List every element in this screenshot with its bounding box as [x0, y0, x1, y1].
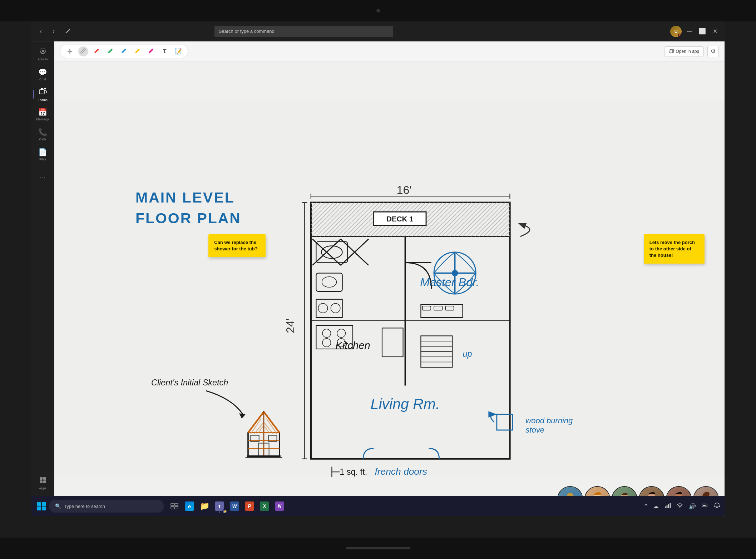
sidebar-item-teams[interactable]: Teams	[33, 84, 53, 104]
svg-text:DECK 1: DECK 1	[386, 215, 413, 223]
open-in-app-button[interactable]: Open in app	[664, 46, 704, 56]
svg-point-2	[41, 88, 43, 90]
more-icon: ···	[40, 173, 46, 181]
battery-icon[interactable]	[700, 501, 710, 511]
pen-pink-tool[interactable]	[146, 46, 156, 56]
apps-icon	[39, 476, 46, 485]
text-tool[interactable]: T	[160, 46, 170, 56]
pointer-tool[interactable]: ✛	[65, 46, 75, 56]
svg-text:1 sq. ft.: 1 sq. ft.	[340, 467, 367, 476]
volume-icon[interactable]: 🔊	[687, 501, 697, 511]
taskbar-search-text: Type here to search	[64, 504, 105, 509]
activity-label: Activity	[38, 58, 48, 61]
toolbar-right: Open in app ⚙	[664, 46, 719, 57]
pen-red-tool[interactable]	[92, 46, 102, 56]
sidebar-item-files[interactable]: 📄 Files	[33, 144, 53, 164]
system-tray: ^ ☁	[643, 501, 722, 511]
svg-rect-114	[175, 506, 178, 509]
taskbar-app-word[interactable]: W	[227, 499, 242, 513]
taskbar-app-taskview[interactable]	[167, 499, 182, 513]
forward-button[interactable]: ›	[49, 26, 59, 36]
svg-point-3	[44, 88, 46, 89]
user-avatar[interactable]: U	[670, 26, 682, 37]
whiteboard-canvas[interactable]: MAIN LEVEL FLOOR PLAN 16' 24'	[54, 61, 725, 516]
screen-area: ‹ › Search or type a command U — ⬜ ✕	[31, 21, 725, 516]
pen-green-tool[interactable]	[105, 46, 115, 56]
search-bar[interactable]: Search or type a command	[214, 26, 393, 37]
back-button[interactable]: ‹	[36, 26, 46, 36]
title-bar-actions: U — ⬜ ✕	[670, 26, 720, 37]
svg-text:Living Rm.: Living Rm.	[371, 396, 440, 412]
sidebar-item-calls[interactable]: 📞 Calls	[33, 124, 53, 144]
sidebar-item-activity[interactable]: Activity	[33, 44, 53, 64]
settings-button[interactable]: ⚙	[707, 46, 719, 57]
maximize-button[interactable]: ⬜	[697, 26, 707, 36]
svg-rect-116	[667, 505, 668, 508]
taskbar-app-teams[interactable]: T ⚡	[212, 499, 227, 513]
taskbar-app-excel[interactable]: X	[257, 499, 272, 513]
excel-icon: X	[260, 501, 269, 511]
network-icon[interactable]	[663, 501, 672, 511]
svg-rect-118	[670, 503, 671, 508]
windows-icon	[37, 502, 46, 510]
svg-text:MAIN LEVEL: MAIN LEVEL	[135, 189, 235, 206]
teams-taskbar-icon: T ⚡	[215, 501, 224, 511]
pen-white-tool[interactable]	[78, 46, 88, 56]
sidebar-item-apps[interactable]: Apps	[33, 473, 53, 493]
sticky-note-2-text: Lets move the porch to the other side of…	[649, 240, 695, 258]
svg-point-119	[680, 507, 680, 508]
files-label: Files	[39, 158, 46, 161]
open-in-app-label: Open in app	[676, 49, 699, 54]
svg-rect-4	[40, 477, 43, 480]
sticky-note-1[interactable]: Can we replace the shower for the tub?	[208, 234, 266, 257]
taskbar-app-ppt[interactable]: P	[242, 499, 257, 513]
meetings-label: Meetings	[36, 118, 49, 121]
onedrive-icon[interactable]: ☁	[652, 501, 660, 511]
chat-icon: 💬	[38, 68, 47, 76]
main-content: Activity 💬 Chat	[31, 41, 725, 516]
compose-button[interactable]	[63, 26, 73, 36]
expand-tray-icon[interactable]: ^	[643, 501, 649, 511]
meetings-icon: 📅	[38, 108, 47, 116]
svg-rect-111	[171, 503, 174, 506]
taskbar: 🔍 Type here to search	[31, 496, 725, 516]
taskbar-search[interactable]: 🔍 Type here to search	[49, 500, 164, 513]
wifi-icon[interactable]	[675, 501, 685, 511]
svg-text:FLOOR PLAN: FLOOR PLAN	[135, 210, 241, 226]
activity-icon	[39, 48, 46, 56]
minimize-button[interactable]: —	[685, 26, 695, 36]
svg-text:16': 16'	[397, 184, 412, 196]
sidebar-item-meetings[interactable]: 📅 Meetings	[33, 104, 53, 124]
onenote-icon: N	[275, 501, 284, 511]
pen-blue-tool[interactable]	[119, 46, 129, 56]
svg-text:up: up	[463, 349, 472, 359]
apps-label: Apps	[39, 486, 46, 490]
taskbar-app-explorer[interactable]: 📁	[197, 499, 212, 513]
svg-point-0	[42, 50, 44, 52]
close-button[interactable]: ✕	[710, 26, 720, 36]
start-button[interactable]	[34, 499, 49, 513]
sticky-tool[interactable]: 📝	[173, 46, 183, 56]
svg-rect-117	[668, 504, 669, 508]
sticky-note-2[interactable]: Lets move the porch to the other side of…	[644, 234, 705, 264]
whiteboard-container: ✛	[54, 41, 725, 516]
svg-rect-112	[175, 503, 178, 506]
word-icon: W	[230, 501, 239, 511]
explorer-icon: 📁	[200, 501, 209, 511]
svg-rect-113	[171, 506, 174, 509]
sidebar-item-more[interactable]: ···	[33, 167, 53, 187]
notification-icon[interactable]	[712, 501, 722, 511]
nav-buttons: ‹ ›	[36, 26, 59, 36]
floor-plan-svg: MAIN LEVEL FLOOR PLAN 16' 24'	[54, 61, 725, 516]
sidebar-item-chat[interactable]: 💬 Chat	[33, 64, 53, 84]
svg-rect-6	[40, 480, 43, 483]
svg-rect-1	[39, 90, 44, 94]
svg-rect-7	[43, 480, 46, 483]
pen-yellow-tool[interactable]	[133, 46, 143, 56]
chat-label: Chat	[39, 78, 46, 81]
taskbar-app-edge[interactable]: e	[182, 499, 197, 513]
taskbar-app-onenote[interactable]: N	[272, 499, 287, 513]
svg-text:stove: stove	[525, 425, 544, 434]
active-indicator	[33, 90, 34, 99]
taskview-icon	[170, 501, 179, 511]
